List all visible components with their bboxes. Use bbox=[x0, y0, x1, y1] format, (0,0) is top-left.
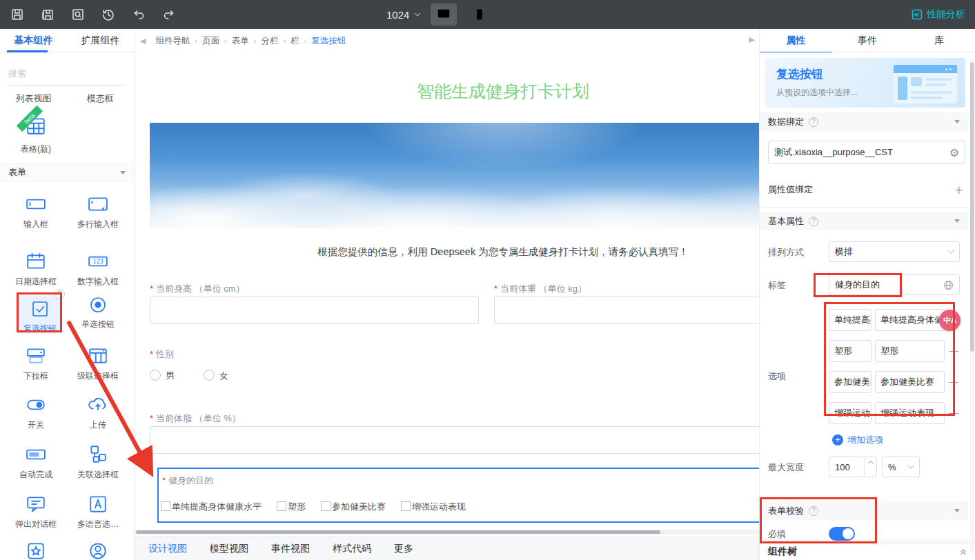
sidebar-item-member[interactable] bbox=[69, 541, 127, 560]
selected-checkbox-component[interactable]: *健身的目的 单纯提高身体健康水平 塑形 参加健美比赛 增强运动表现 bbox=[157, 468, 759, 523]
option-value-input[interactable]: 塑形 bbox=[829, 340, 871, 362]
scrollbar-thumb[interactable] bbox=[970, 62, 974, 352]
tab-events[interactable]: 事件 bbox=[831, 29, 903, 52]
sidebar-item-cascade-select[interactable]: 级联选择框 bbox=[69, 346, 127, 382]
sidebar-item-listview[interactable]: 列表视图 bbox=[0, 92, 67, 105]
horizontal-scrollbar[interactable] bbox=[135, 530, 759, 534]
tab-basic-components[interactable]: 基本组件 bbox=[0, 29, 67, 52]
sidebar-item-textarea[interactable]: 多行输入框 bbox=[69, 194, 127, 230]
option-value-input[interactable]: 参加健美比赛 bbox=[829, 371, 871, 393]
add-option-button[interactable]: + 增加选项 bbox=[832, 434, 883, 446]
validation-section-header[interactable]: 表单校验 ? bbox=[760, 501, 968, 520]
help-icon[interactable]: ? bbox=[809, 506, 818, 516]
sidebar-item-radio[interactable]: 单选按钮 bbox=[69, 295, 127, 330]
component-help-icon[interactable]: ? bbox=[55, 289, 65, 299]
performance-analysis-button[interactable]: 性能分析 bbox=[912, 0, 965, 29]
save-all-button[interactable] bbox=[37, 4, 58, 25]
breadcrumb-item[interactable]: 分栏 bbox=[261, 35, 278, 47]
breadcrumb-item[interactable]: 栏 bbox=[290, 35, 299, 47]
max-width-unit-select[interactable]: % bbox=[882, 457, 920, 477]
tab-model-view[interactable]: 模型视图 bbox=[210, 543, 248, 555]
radio-option-male[interactable]: 男 bbox=[150, 370, 175, 382]
add-binding-icon[interactable]: ＋ bbox=[952, 181, 965, 199]
label-input[interactable]: 健身的目的 bbox=[829, 274, 960, 295]
breadcrumb-item[interactable]: 页面 bbox=[202, 35, 219, 47]
sidebar-item-relation-select[interactable]: 关联选择框 bbox=[69, 444, 127, 481]
form-section-header[interactable]: 表单 bbox=[0, 163, 134, 181]
option-label-input[interactable]: 参加健美比赛 bbox=[875, 371, 945, 393]
sidebar-item-upload[interactable]: 上传 bbox=[69, 394, 127, 431]
sidebar-item-checkbox[interactable]: 复选按钮 bbox=[18, 295, 62, 334]
sidebar-item-rate[interactable] bbox=[7, 541, 65, 560]
radio-option-female[interactable]: 女 bbox=[204, 370, 228, 382]
resolution-select[interactable]: 1024 bbox=[386, 9, 421, 21]
component-tree-bar[interactable]: 组件树 bbox=[760, 543, 975, 560]
data-binding-field[interactable]: 测试.xiaoxia__purpose__CST ⚙ bbox=[768, 141, 965, 164]
help-icon[interactable]: ? bbox=[809, 217, 818, 226]
sidebar-item-label: 数字输入框 bbox=[69, 276, 127, 288]
required-asterisk: * bbox=[494, 283, 498, 294]
undo-button[interactable] bbox=[128, 4, 149, 25]
desktop-view-button[interactable] bbox=[431, 3, 457, 26]
search-input[interactable] bbox=[8, 68, 130, 79]
tab-properties[interactable]: 属性 bbox=[760, 29, 831, 52]
sidebar-item-select[interactable]: 下拉框 bbox=[7, 346, 65, 382]
option-value-input[interactable]: 单纯提高身体健康水平 bbox=[829, 309, 871, 331]
remove-option-icon[interactable]: — bbox=[947, 402, 960, 424]
breadcrumb-item-current[interactable]: 复选按钮 bbox=[311, 35, 346, 47]
weight-input[interactable] bbox=[494, 297, 759, 324]
gear-icon[interactable]: ⚙ bbox=[949, 146, 959, 159]
basic-props-section-header[interactable]: 基本属性 ? bbox=[760, 212, 968, 230]
number-stepper[interactable] bbox=[864, 457, 876, 477]
option-label-input[interactable]: 单纯提高身体健康水平 bbox=[875, 309, 945, 331]
data-binding-section-header[interactable]: 数据绑定 ? bbox=[760, 112, 968, 131]
option-label-input[interactable]: 增强运动表现 bbox=[875, 402, 945, 424]
breadcrumb-item[interactable]: 组件导航 bbox=[155, 35, 190, 47]
remove-option-icon[interactable]: — bbox=[947, 340, 960, 362]
bodyfat-input[interactable] bbox=[150, 426, 759, 454]
sidebar-item-datepicker[interactable]: 日期选择框 bbox=[7, 251, 65, 288]
preview-button[interactable] bbox=[68, 4, 88, 25]
tab-style-code[interactable]: 样式代码 bbox=[333, 543, 371, 555]
checkbox-option[interactable]: 增强运动表现 bbox=[401, 501, 466, 513]
sidebar-item-switch[interactable]: 开关 bbox=[7, 394, 65, 431]
sidebar-item-multilanguage[interactable]: 多语言选… bbox=[69, 494, 127, 530]
tab-extended-components[interactable]: 扩展组件 bbox=[67, 29, 134, 52]
scrollbar-thumb[interactable] bbox=[136, 530, 660, 534]
sidebar-item-table-new[interactable]: beta 表格(新) bbox=[7, 116, 65, 155]
tab-more[interactable]: 更多 bbox=[394, 543, 413, 555]
checkbox-option[interactable]: 单纯提高身体健康水平 bbox=[161, 501, 262, 513]
double-chevron-up-icon[interactable] bbox=[959, 548, 967, 556]
sidebar-item-dialog[interactable]: 弹出对话框 bbox=[7, 494, 65, 530]
redo-button[interactable] bbox=[159, 4, 179, 25]
sidebar-item-label: 下拉框 bbox=[7, 370, 65, 382]
remove-option-icon[interactable]: — bbox=[947, 371, 960, 393]
vertical-scrollbar[interactable] bbox=[970, 59, 974, 553]
sidebar-item-input[interactable]: 输入框 bbox=[7, 194, 65, 230]
history-button[interactable] bbox=[98, 4, 119, 25]
arrange-select[interactable]: 横排 bbox=[829, 241, 960, 262]
tab-event-view[interactable]: 事件视图 bbox=[271, 543, 310, 555]
translate-extension-icon[interactable]: 中A bbox=[939, 310, 961, 331]
calendar-icon bbox=[26, 251, 46, 272]
sidebar-item-number-input[interactable]: 123 数字输入框 bbox=[69, 251, 127, 288]
required-toggle[interactable] bbox=[829, 527, 855, 541]
checkbox-option[interactable]: 塑形 bbox=[277, 501, 306, 513]
tab-design-view[interactable]: 设计视图 bbox=[148, 543, 187, 555]
help-icon[interactable]: ? bbox=[809, 117, 818, 127]
save-button[interactable] bbox=[7, 4, 28, 25]
sidebar-item-autocomplete[interactable]: 自动完成 bbox=[7, 444, 65, 481]
option-label-input[interactable]: 塑形 bbox=[875, 340, 945, 362]
option-value-input[interactable]: 增强运动表现 bbox=[829, 402, 871, 424]
breadcrumb-collapse-icon[interactable]: ◀ bbox=[140, 37, 146, 46]
sidebar-item-modal[interactable]: 模态框 bbox=[67, 92, 134, 105]
checkbox-option[interactable]: 参加健美比赛 bbox=[321, 501, 386, 513]
globe-icon[interactable] bbox=[943, 280, 954, 290]
required-label: 必填 bbox=[768, 528, 786, 541]
breadcrumb-item[interactable]: 表单 bbox=[232, 35, 249, 47]
height-input[interactable] bbox=[150, 297, 479, 324]
max-width-input[interactable]: 100 bbox=[829, 457, 877, 477]
mobile-view-button[interactable] bbox=[466, 3, 493, 26]
panel-expand-icon[interactable]: ▶ bbox=[749, 35, 755, 44]
tab-library[interactable]: 库 bbox=[903, 29, 975, 52]
